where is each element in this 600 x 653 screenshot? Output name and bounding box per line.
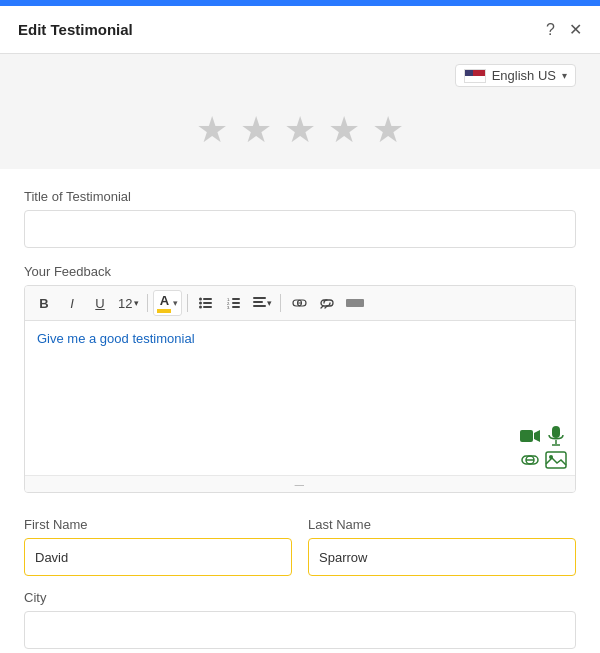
language-selector[interactable]: English US ▾: [455, 64, 576, 87]
highlight-a-letter: A: [160, 293, 169, 308]
svg-point-2: [199, 302, 202, 305]
svg-rect-19: [520, 430, 533, 442]
star-2[interactable]: ★: [240, 109, 272, 151]
svg-rect-3: [203, 302, 212, 304]
highlight-bar: [157, 309, 171, 313]
svg-rect-7: [232, 298, 240, 300]
svg-rect-18: [346, 299, 364, 307]
city-field-group: City: [24, 590, 576, 653]
title-input[interactable]: [24, 210, 576, 248]
language-chevron-icon: ▾: [562, 70, 567, 81]
close-icon[interactable]: ✕: [569, 20, 582, 39]
font-size-selector[interactable]: 12 ▾: [115, 290, 142, 316]
link-button[interactable]: [286, 290, 312, 316]
modal-body: English US ▾ ★ ★ ★ ★ ★ Title of Testimon…: [0, 54, 600, 653]
svg-point-0: [199, 298, 202, 301]
editor-toolbar: B I U 12 ▾ A ▾: [25, 286, 575, 321]
stars-rating: ★ ★ ★ ★ ★: [0, 93, 600, 169]
city-label: City: [24, 590, 576, 605]
link-icon[interactable]: [519, 451, 541, 469]
feedback-editor: B I U 12 ▾ A ▾: [24, 285, 576, 493]
modal-header: Edit Testimonial ? ✕: [0, 6, 600, 54]
star-5[interactable]: ★: [372, 109, 404, 151]
highlight-selector[interactable]: A ▾: [153, 290, 182, 316]
microphone-icon[interactable]: [545, 425, 567, 447]
svg-rect-5: [203, 306, 212, 308]
svg-text:3.: 3.: [227, 305, 230, 309]
unordered-list-button[interactable]: [193, 290, 219, 316]
first-name-field-group: First Name: [24, 507, 292, 576]
svg-rect-12: [253, 297, 266, 299]
video-camera-icon[interactable]: [519, 425, 541, 447]
feedback-label: Your Feedback: [24, 264, 576, 279]
bold-button[interactable]: B: [31, 290, 57, 316]
last-name-input[interactable]: [308, 538, 576, 576]
help-icon[interactable]: ?: [546, 21, 555, 39]
svg-point-4: [199, 306, 202, 309]
align-selector[interactable]: ▾: [249, 290, 275, 316]
svg-rect-14: [253, 305, 266, 307]
svg-rect-11: [232, 306, 240, 308]
editor-media-icons: [25, 421, 575, 475]
toolbar-divider-2: [187, 294, 188, 312]
svg-rect-1: [203, 298, 212, 300]
editor-icon-grid: [519, 425, 567, 469]
link2-button[interactable]: [314, 290, 340, 316]
highlight-chevron-icon: ▾: [173, 298, 178, 308]
svg-rect-21: [552, 426, 560, 438]
last-name-field-group: Last Name: [308, 507, 576, 576]
first-name-input[interactable]: [24, 538, 292, 576]
form-section: Title of Testimonial Your Feedback B I U…: [0, 169, 600, 653]
toolbar-divider-1: [147, 294, 148, 312]
star-3[interactable]: ★: [284, 109, 316, 151]
star-4[interactable]: ★: [328, 109, 360, 151]
image-icon[interactable]: [545, 451, 567, 469]
svg-rect-13: [253, 301, 263, 303]
svg-line-16: [321, 306, 323, 308]
italic-button[interactable]: I: [59, 290, 85, 316]
toolbar-divider-3: [280, 294, 281, 312]
star-1[interactable]: ★: [196, 109, 228, 151]
underline-button[interactable]: U: [87, 290, 113, 316]
ordered-list-button[interactable]: 1.2.3.: [221, 290, 247, 316]
modal-header-actions: ? ✕: [546, 20, 582, 39]
editor-content-area[interactable]: Give me a good testimonial: [25, 321, 575, 421]
svg-marker-20: [534, 430, 540, 442]
city-input[interactable]: [24, 611, 576, 649]
name-fields-row: First Name Last Name: [24, 507, 576, 576]
modal-title: Edit Testimonial: [18, 21, 133, 38]
editor-text: Give me a good testimonial: [37, 331, 195, 346]
resize-grip-icon: ⸻: [294, 479, 306, 490]
last-name-label: Last Name: [308, 517, 576, 532]
language-row: English US ▾: [0, 54, 600, 93]
flag-icon: [464, 69, 486, 83]
language-label: English US: [492, 68, 556, 83]
editor-resize-handle[interactable]: ⸻: [25, 475, 575, 492]
modal: Edit Testimonial ? ✕ English US ▾ ★ ★ ★ …: [0, 0, 600, 653]
title-label: Title of Testimonial: [24, 189, 576, 204]
svg-rect-9: [232, 302, 240, 304]
first-name-label: First Name: [24, 517, 292, 532]
embed-button[interactable]: [342, 290, 368, 316]
